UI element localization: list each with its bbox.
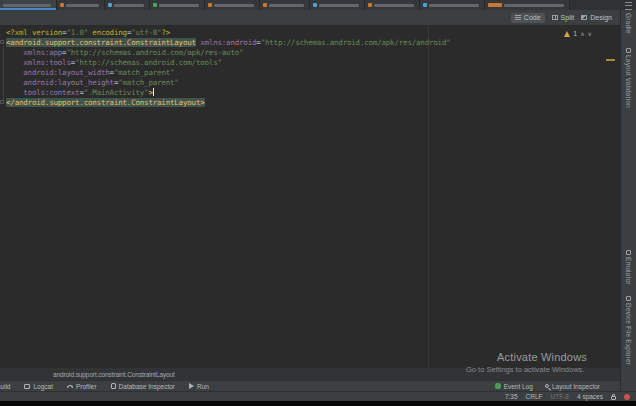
chevron-down-icon[interactable]: ∨ — [588, 31, 592, 37]
split-view-label: Split — [561, 14, 575, 21]
chevron-up-icon[interactable]: ∧ — [580, 31, 584, 37]
code-token: android:layout_height — [23, 78, 114, 87]
file-tab[interactable] — [420, 0, 485, 10]
tool-button-database-inspector[interactable]: Database Inspector — [111, 383, 175, 390]
error-notification-icon[interactable] — [624, 394, 630, 400]
logcat-icon — [24, 384, 30, 389]
event-log-icon — [495, 383, 501, 389]
design-icon — [581, 15, 587, 20]
run-play-icon — [189, 383, 194, 389]
code-line[interactable]: xmlns:app="http://schemas.android.com/ap… — [6, 48, 451, 58]
code-token — [6, 58, 23, 67]
encoding-indicator[interactable]: UTF-8 — [551, 393, 569, 400]
design-view-button[interactable]: Design — [581, 14, 612, 21]
indent-indicator[interactable]: 4 spaces — [577, 393, 603, 400]
code-line[interactable]: android:layout_width="match_parent" — [6, 68, 451, 78]
profiler-label: Profiler — [76, 383, 97, 390]
editor-tab-strip — [0, 0, 636, 10]
code-token: encoding — [88, 28, 127, 37]
code-token: xmlns:android — [200, 38, 256, 47]
split-icon — [552, 15, 558, 20]
layout-inspector-label: Layout Inspector — [552, 383, 600, 390]
emulator-icon — [626, 250, 631, 255]
code-line[interactable]: android:layout_height="match_parent" — [6, 78, 451, 88]
file-type-icon — [488, 3, 502, 7]
code-view-button[interactable]: Code — [511, 13, 545, 23]
split-view-button[interactable]: Split — [552, 14, 575, 21]
code-token: "utf-8" — [131, 28, 161, 37]
code-line[interactable]: tools:context=".MainActivity"> — [6, 88, 451, 98]
caret-position[interactable]: 7:35 — [505, 393, 518, 400]
editor-mode-bar: Code Split Design — [0, 10, 620, 26]
tab-list-menu-icon[interactable] — [625, 2, 632, 10]
tool-button-emulator[interactable]: Emulator — [621, 250, 636, 285]
code-token: "http://schemas.android.com/apk/res-auto… — [66, 48, 243, 57]
tool-button-device-file-explorer[interactable]: Device File Explorer — [621, 296, 636, 365]
code-token — [6, 78, 23, 87]
inspection-widget[interactable]: 1 ∧ ∨ — [564, 30, 592, 37]
run-label: Run — [197, 383, 209, 390]
fold-range-line — [3, 46, 4, 102]
scrollbar-warning-mark[interactable] — [606, 59, 615, 61]
bottom-edge — [0, 401, 636, 406]
file-tab[interactable] — [57, 0, 105, 10]
tool-button-event-log[interactable]: Event Log — [495, 383, 533, 390]
warning-triangle-icon — [564, 31, 570, 37]
bottom-bar-right-group: Event Log Layout Inspector — [495, 383, 620, 390]
code-token: android:layout_width — [23, 68, 109, 77]
code-token: ".MainActivity" — [84, 88, 149, 97]
file-type-icon — [60, 3, 64, 7]
file-tab[interactable] — [485, 0, 570, 10]
code-token — [6, 68, 23, 77]
code-token: "1.0" — [66, 28, 88, 37]
code-editor[interactable]: <?xml version="1.0" encoding="utf-8"?><a… — [0, 26, 620, 368]
tool-button-run[interactable]: Run — [189, 383, 209, 390]
file-tab[interactable] — [105, 0, 150, 10]
tool-button-layout-inspector[interactable]: Layout Inspector — [545, 383, 600, 390]
code-line[interactable]: xmlns:tools="http://schemas.android.com/… — [6, 58, 451, 68]
file-type-icon — [208, 3, 212, 7]
fold-marker-open[interactable] — [0, 40, 4, 44]
code-token: tools:context — [23, 88, 79, 97]
code-token: xmlns:tools — [23, 58, 70, 67]
fold-marker-close[interactable] — [0, 100, 4, 104]
tool-button-layout-validation[interactable]: Layout Validation — [621, 48, 636, 108]
file-tab-label — [319, 4, 359, 7]
code-token: </android.support.constraint.ConstraintL… — [6, 98, 205, 107]
file-tab[interactable] — [365, 0, 420, 10]
line-ending-indicator[interactable]: CRLF — [526, 393, 543, 400]
build-label: Build — [0, 383, 10, 390]
breadcrumb[interactable]: android.support.constraint.ConstraintLay… — [53, 371, 175, 378]
tool-button-logcat[interactable]: Logcat — [24, 383, 53, 390]
code-token: <android.support.constraint.ConstraintLa… — [6, 38, 196, 47]
event-log-label: Event Log — [504, 383, 533, 390]
file-tab[interactable] — [205, 0, 260, 10]
code-token: ?> — [161, 28, 170, 37]
code-token: "match_parent" — [114, 68, 174, 77]
file-type-icon — [153, 3, 157, 7]
code-token — [6, 48, 23, 57]
file-tab[interactable] — [150, 0, 205, 10]
design-view-label: Design — [590, 14, 612, 21]
file-type-icon — [368, 3, 372, 7]
code-line[interactable]: <?xml version="1.0" encoding="utf-8"?> — [6, 28, 451, 38]
status-bar: 7:35 CRLF UTF-8 4 spaces — [0, 391, 636, 401]
database-icon — [111, 383, 116, 389]
file-tab[interactable] — [260, 0, 310, 10]
code-line[interactable]: <android.support.constraint.ConstraintLa… — [6, 38, 451, 48]
code-token: "http://schemas.android.com/tools" — [75, 58, 222, 67]
lock-icon[interactable] — [611, 396, 616, 400]
code-token: xmlns:app — [23, 48, 62, 57]
tool-button-profiler[interactable]: Profiler — [67, 383, 97, 390]
file-tab-label — [269, 4, 304, 7]
tool-button-build[interactable]: Build — [0, 383, 10, 390]
file-tab[interactable] — [0, 0, 57, 10]
device-file-explorer-icon — [626, 296, 631, 301]
layout-validation-label: Layout Validation — [625, 55, 632, 108]
code-line[interactable]: </android.support.constraint.ConstraintL… — [6, 98, 451, 108]
code-area[interactable]: <?xml version="1.0" encoding="utf-8"?><a… — [6, 28, 451, 108]
tool-button-gradle[interactable]: Gradle — [621, 13, 636, 34]
file-tab[interactable] — [310, 0, 365, 10]
layout-validation-icon — [626, 48, 631, 53]
gradle-label: Gradle — [625, 13, 632, 34]
